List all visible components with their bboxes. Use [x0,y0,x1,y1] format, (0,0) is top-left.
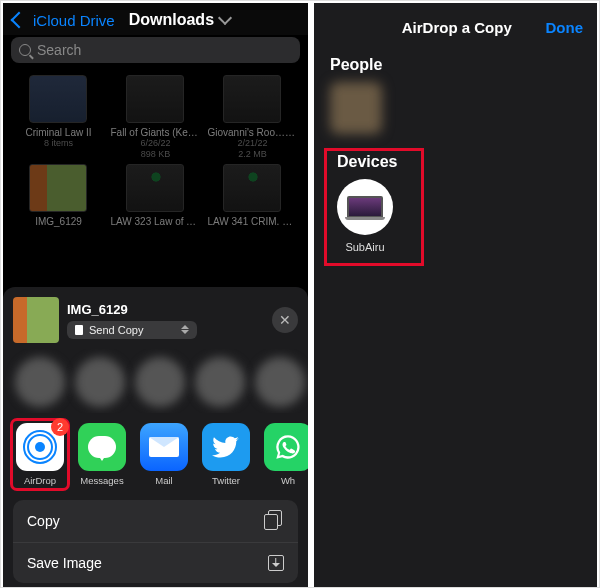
device-name-label: SubAiru [337,241,393,253]
airdrop-header: AirDrop a Copy Done [314,3,597,46]
airdrop-badge: 2 [51,418,69,436]
file-item[interactable]: LAW 323 Law of Torts I [108,164,203,227]
airdrop-device[interactable]: SubAiru [337,179,393,253]
file-name: Criminal Law II [13,127,103,138]
chevron-down-icon[interactable] [218,11,232,25]
app-label: Twitter [201,475,251,486]
person-avatar[interactable] [330,82,382,134]
app-label: AirDrop [15,475,65,486]
devices-highlight: Devices SubAiru [324,148,425,266]
twitter-app[interactable]: Twitter [201,423,251,486]
file-item[interactable]: IMG_6129 [11,164,106,227]
laptop-icon [347,196,383,218]
messages-app[interactable]: Messages [77,423,127,486]
contact-avatar[interactable] [75,357,125,407]
done-button[interactable]: Done [546,19,584,36]
download-icon [268,555,284,571]
share-item-title: IMG_6129 [67,302,264,317]
whatsapp-app[interactable]: Wh [263,423,308,486]
app-label: Wh [263,475,308,486]
folder-title[interactable]: Downloads [129,11,214,29]
app-label: Messages [77,475,127,486]
file-meta: 8 items [11,138,106,149]
mail-icon [140,423,188,471]
contact-avatar[interactable] [255,357,305,407]
devices-section-label: Devices [333,151,414,179]
file-name: Giovanni's Roo….epub [207,127,297,138]
messages-icon [78,423,126,471]
twitter-icon [202,423,250,471]
file-name: IMG_6129 [13,216,103,227]
contact-avatar[interactable] [135,357,185,407]
file-item[interactable]: Criminal Law II 8 items [11,75,106,160]
file-name: LAW 341 CRIM. LAW I [207,216,297,227]
file-grid: Criminal Law II 8 items Fall of Giants (… [3,71,308,231]
people-section-label: People [314,46,597,82]
document-icon [75,325,83,335]
search-icon [19,44,31,56]
share-item-thumbnail [13,297,59,343]
file-name: Fall of Giants (Ken….epub [110,127,200,138]
folder-icon [29,75,87,123]
files-app-pane: iCloud Drive Downloads Search Criminal L… [3,3,308,587]
save-image-action[interactable]: Save Image [13,543,298,583]
search-placeholder: Search [37,42,81,58]
copy-action[interactable]: Copy [13,500,298,543]
whatsapp-icon [264,423,308,471]
action-label: Copy [27,513,60,529]
file-item[interactable]: Fall of Giants (Ken….epub 6/26/22 898 KB [108,75,203,160]
device-avatar [337,179,393,235]
airdrop-pane: AirDrop a Copy Done People Devices SubAi… [314,3,597,587]
back-link[interactable]: iCloud Drive [33,12,115,29]
share-apps-row: 2 AirDrop Messages Mail Twitter [3,413,308,494]
share-sheet: IMG_6129 Send Copy ✕ 2 [3,287,308,587]
search-input[interactable]: Search [11,37,300,63]
file-item[interactable]: Giovanni's Roo….epub 2/21/22 2.2 MB [205,75,300,160]
copy-icon [266,512,284,530]
epub-icon [223,75,281,123]
doc-icon [223,164,281,212]
action-label: Save Image [27,555,102,571]
stepper-icon [181,324,189,336]
airdrop-title: AirDrop a Copy [368,19,546,36]
send-copy-selector[interactable]: Send Copy [67,321,197,339]
navbar: iCloud Drive Downloads [3,3,308,35]
send-copy-label: Send Copy [89,324,143,336]
epub-icon [126,75,184,123]
contact-avatar[interactable] [15,357,65,407]
chevron-left-icon[interactable] [11,12,28,29]
doc-icon [126,164,184,212]
contact-avatar[interactable] [195,357,245,407]
share-actions-list: Copy Save Image [13,500,298,583]
file-item[interactable]: LAW 341 CRIM. LAW I [205,164,300,227]
people-row [314,82,597,148]
airdrop-app[interactable]: 2 AirDrop [15,423,65,486]
file-meta: 2.2 MB [205,149,300,160]
contacts-row [3,349,308,413]
devices-row: SubAiru [333,179,414,255]
share-sheet-header: IMG_6129 Send Copy ✕ [3,287,308,349]
airdrop-icon: 2 [16,423,64,471]
app-label: Mail [139,475,189,486]
close-button[interactable]: ✕ [272,307,298,333]
mail-app[interactable]: Mail [139,423,189,486]
close-icon: ✕ [279,312,291,328]
file-meta: 898 KB [108,149,203,160]
file-name: LAW 323 Law of Torts I [110,216,200,227]
photo-thumbnail [29,164,87,212]
file-meta: 2/21/22 [205,138,300,149]
file-meta: 6/26/22 [108,138,203,149]
